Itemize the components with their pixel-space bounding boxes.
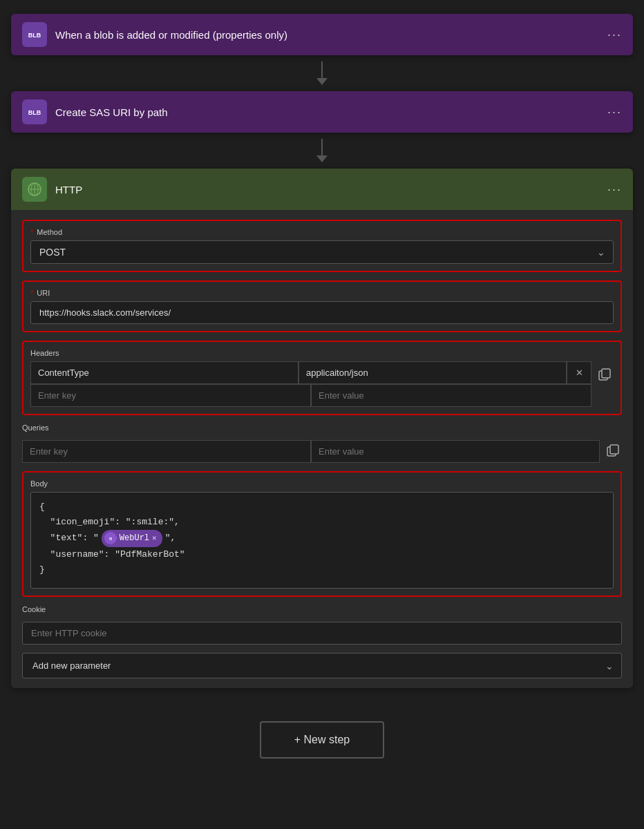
headers-field-group: Headers ContentType applicaiton/json ✕ <box>22 341 622 415</box>
body-label: Body <box>30 479 614 488</box>
weburl-token[interactable]: ⊞ WebUrl ✕ <box>102 530 162 546</box>
connector-line-2 <box>321 139 323 155</box>
headers-row-2 <box>30 384 591 407</box>
queries-key-placeholder[interactable] <box>22 440 311 463</box>
cookie-label: Cookie <box>22 605 622 613</box>
blob-icon-1: BLB <box>22 22 47 47</box>
uri-label: * URI <box>30 289 614 297</box>
headers-value-1: applicaiton/json <box>299 361 567 384</box>
uri-field-group: * URI <box>22 280 622 332</box>
add-param-wrapper: Add new parameter ⌄ <box>22 653 622 678</box>
connector-arrow-2 <box>316 155 328 162</box>
body-line-3: "text": " ⊞ WebUrl ✕ ", <box>39 530 605 546</box>
cookie-input[interactable] <box>22 622 622 645</box>
step-title-1: When a blob is added or modified (proper… <box>55 29 599 41</box>
headers-copy-icon[interactable] <box>596 365 614 386</box>
step-card-2: BLB Create SAS URI by path ··· <box>11 91 633 133</box>
headers-value-2-input[interactable] <box>319 390 584 401</box>
method-required-star: * <box>30 228 33 236</box>
uri-required-star: * <box>30 289 33 297</box>
queries-copy-icon[interactable] <box>604 441 622 462</box>
svg-text:BLB: BLB <box>28 109 41 116</box>
svg-rect-9 <box>602 369 610 378</box>
svg-text:BLB: BLB <box>28 32 41 39</box>
http-body: * Method POST GET PUT DELETE PATCH ⌄ <box>11 210 633 688</box>
blob-icon-2: BLB <box>22 99 47 124</box>
body-line-1: { <box>39 499 605 515</box>
cookie-section: Cookie <box>22 605 622 645</box>
token-label: WebUrl <box>120 531 149 545</box>
step-header-3: HTTP ··· <box>11 169 633 210</box>
svg-rect-11 <box>610 445 618 454</box>
step-title-2: Create SAS URI by path <box>55 106 599 118</box>
connector-2 <box>316 133 328 169</box>
method-field-group: * Method POST GET PUT DELETE PATCH ⌄ <box>22 220 622 272</box>
step-menu-1[interactable]: ··· <box>607 28 622 42</box>
step-menu-2[interactable]: ··· <box>607 105 622 120</box>
method-label: * Method <box>30 228 614 236</box>
body-display[interactable]: { "icon_emoji": ":smile:", "text": " ⊞ <box>30 492 614 589</box>
queries-label: Queries <box>22 423 622 432</box>
method-select[interactable]: POST GET PUT DELETE PATCH <box>30 240 614 264</box>
token-icon: ⊞ <box>104 532 117 544</box>
step-title-3: HTTP <box>55 184 599 196</box>
new-step-button[interactable]: + New step <box>260 721 384 759</box>
connector-1 <box>316 55 328 91</box>
http-globe-icon <box>22 177 47 202</box>
step-card-1: BLB When a blob is added or modified (pr… <box>11 14 633 55</box>
connector-arrow-1 <box>316 78 328 85</box>
body-line-2: "icon_emoji": ":smile:", <box>39 515 605 530</box>
step-header-2: BLB Create SAS URI by path ··· <box>11 91 633 133</box>
uri-input[interactable] <box>30 301 614 324</box>
headers-value-2-placeholder[interactable] <box>311 384 591 407</box>
step-menu-3[interactable]: ··· <box>607 182 622 197</box>
headers-key-1: ContentType <box>30 361 299 384</box>
queries-section: Queries <box>22 423 622 463</box>
headers-key-2-placeholder[interactable] <box>30 384 311 407</box>
body-field-group: Body { "icon_emoji": ":smile:", "text": … <box>22 471 622 597</box>
queries-value-placeholder[interactable] <box>311 440 600 463</box>
token-close-icon[interactable]: ✕ <box>152 532 157 545</box>
body-line-4: "username": "PdfMakerBot" <box>39 547 605 562</box>
step-card-3: HTTP ··· * Method POST GET PUT DELETE PA… <box>11 169 633 688</box>
step-header-1: BLB When a blob is added or modified (pr… <box>11 14 633 55</box>
headers-delete-1[interactable]: ✕ <box>567 361 591 384</box>
connector-line-1 <box>321 61 323 78</box>
queries-row-1 <box>22 440 600 463</box>
flow-container: BLB When a blob is added or modified (pr… <box>11 14 633 759</box>
add-param-button[interactable]: Add new parameter <box>22 653 622 678</box>
headers-row-1: ContentType applicaiton/json ✕ <box>30 361 591 384</box>
queries-key-input[interactable] <box>30 446 303 457</box>
headers-label: Headers <box>30 349 614 357</box>
method-select-wrapper: POST GET PUT DELETE PATCH ⌄ <box>30 240 614 264</box>
body-line-5: } <box>39 562 605 578</box>
queries-value-input[interactable] <box>319 446 592 457</box>
headers-key-2-input[interactable] <box>38 390 303 401</box>
svg-text:⊞: ⊞ <box>109 536 112 542</box>
